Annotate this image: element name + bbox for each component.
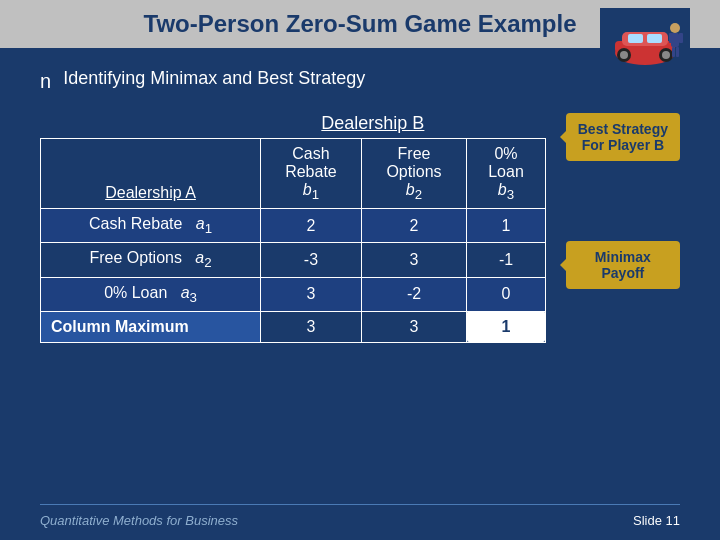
col-header-1: CashRebateb1 — [261, 139, 362, 209]
col-header-2: FreeOptionsb2 — [361, 139, 467, 209]
cell-2-1: -3 — [261, 243, 362, 277]
svg-rect-12 — [669, 33, 673, 43]
cell-3-1: 3 — [261, 277, 362, 311]
cell-1-2: 2 — [361, 209, 467, 243]
table-row: 0% Loan a3 3 -2 0 — [41, 277, 546, 311]
cell-2-2: 3 — [361, 243, 467, 277]
row-label-1: Cash Rebate a1 — [41, 209, 261, 243]
table-row: Cash Rebate a1 2 2 1 — [41, 209, 546, 243]
svg-rect-5 — [647, 34, 662, 43]
content: n Identifying Minimax and Best Strategy … — [0, 48, 720, 363]
column-header-row: Dealership A CashRebateb1 FreeOptionsb2 … — [41, 139, 546, 209]
cell-1-3: 1 — [467, 209, 545, 243]
bullet-point: n Identifying Minimax and Best Strategy — [40, 68, 680, 93]
svg-point-10 — [670, 23, 680, 33]
slide-number: Slide 11 — [633, 513, 680, 528]
svg-rect-14 — [672, 47, 675, 57]
footer-left: Quantitative Methods for Business — [40, 513, 238, 528]
bullet-text: Identifying Minimax and Best Strategy — [63, 68, 365, 89]
col-max-3-highlighted: 1 — [467, 311, 545, 342]
cell-1-1: 2 — [261, 209, 362, 243]
svg-rect-4 — [628, 34, 643, 43]
svg-rect-15 — [676, 47, 679, 57]
col-max-label: Column Maximum — [41, 311, 261, 342]
car-image — [600, 8, 690, 73]
col-max-2: 3 — [361, 311, 467, 342]
footer: Quantitative Methods for Business Slide … — [40, 504, 680, 528]
cell-2-3: -1 — [467, 243, 545, 277]
cell-3-2: -2 — [361, 277, 467, 311]
table-row: Free Options a2 -3 3 -1 — [41, 243, 546, 277]
dealership-a-label: Dealership A — [41, 139, 261, 209]
svg-point-9 — [662, 51, 670, 59]
col-max-1: 3 — [261, 311, 362, 342]
minimax-payoff-callout: MinimaxPayoff — [566, 241, 680, 289]
col-header-3: 0%Loanb3 — [467, 139, 545, 209]
cell-3-3: 0 — [467, 277, 545, 311]
game-table: Dealership A CashRebateb1 FreeOptionsb2 … — [40, 138, 546, 343]
callout-container: Best StrategyFor Player B MinimaxPayoff — [566, 113, 680, 289]
table-section: Dealership B Dealership A CashRebateb1 F… — [40, 113, 680, 343]
slide-title: Two-Person Zero-Sum Game Example — [30, 10, 690, 38]
row-label-2: Free Options a2 — [41, 243, 261, 277]
column-maximum-row: Column Maximum 3 3 1 — [41, 311, 546, 342]
best-strategy-callout: Best StrategyFor Player B — [566, 113, 680, 161]
bullet-icon: n — [40, 70, 51, 93]
dealership-b-header: Dealership B — [200, 113, 546, 134]
svg-point-7 — [620, 51, 628, 59]
table-container: Dealership B Dealership A CashRebateb1 F… — [40, 113, 546, 343]
row-label-3: 0% Loan a3 — [41, 277, 261, 311]
svg-rect-13 — [679, 33, 683, 43]
slide: Two-Person Zero-Sum Game Example — [0, 0, 720, 540]
